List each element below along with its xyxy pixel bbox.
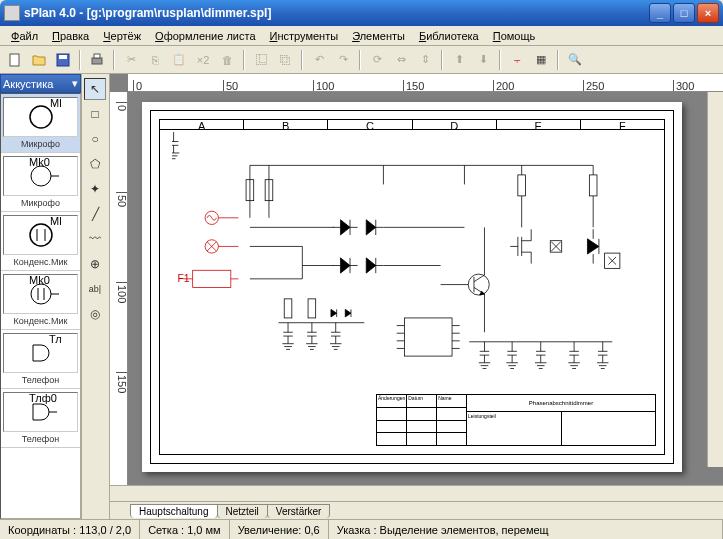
svg-rect-3 (92, 58, 102, 64)
menu-help[interactable]: Помощь (486, 28, 543, 44)
tool-bezier[interactable]: 〰 (84, 228, 106, 250)
zoom-icon[interactable]: 🔍 (564, 49, 586, 71)
sheet-tab[interactable]: Hauptschaltung (130, 504, 218, 518)
maximize-button[interactable]: □ (673, 3, 695, 23)
ungroup-icon[interactable]: ⿻ (274, 49, 296, 71)
print-icon[interactable] (86, 49, 108, 71)
tool-circle[interactable]: ○ (84, 128, 106, 150)
svg-point-5 (30, 106, 52, 128)
menu-edit[interactable]: Правка (45, 28, 96, 44)
new-file-icon[interactable] (4, 49, 26, 71)
app-icon (4, 5, 20, 21)
component-item[interactable]: Mk0 Конденс.Мик (1, 271, 80, 330)
svg-rect-83 (404, 318, 452, 356)
svg-rect-0 (10, 54, 19, 66)
component-panel: Аккустика▾ Mk0 Микрофо Mk0 Микрофо Mk0 К… (0, 74, 82, 519)
component-item[interactable]: Mk0 Микрофо (1, 94, 80, 153)
menu-elements[interactable]: Элементы (345, 28, 412, 44)
svg-text:Mk0: Mk0 (29, 158, 50, 168)
tool-special[interactable]: ✦ (84, 178, 106, 200)
main-toolbar: ✂ ⎘ 📋 ×2 🗑 ⿺ ⿻ ↶ ↷ ⟳ ⇔ ⇕ ⬆ ⬇ ⫟ ▦ 🔍 (0, 46, 723, 74)
undo-icon[interactable]: ↶ (308, 49, 330, 71)
svg-line-60 (474, 275, 484, 282)
svg-text:F1: F1 (177, 273, 189, 284)
group-icon[interactable]: ⿺ (250, 49, 272, 71)
svg-rect-67 (589, 175, 597, 196)
menu-drawing[interactable]: Чертёж (96, 28, 148, 44)
rotate-icon[interactable]: ⟳ (366, 49, 388, 71)
save-file-icon[interactable] (52, 49, 74, 71)
svg-text:Mk0: Mk0 (50, 217, 61, 227)
tool-point[interactable]: ⊕ (84, 253, 106, 275)
drawing-title: Phasenabschnittdimmer (467, 395, 655, 412)
sheet-tabs: Hauptschaltung Netzteil Verstärker (110, 501, 723, 519)
svg-point-14 (31, 284, 51, 304)
tool-select[interactable]: ↖ (84, 78, 106, 100)
svg-text:Тлф0: Тлф0 (29, 394, 57, 404)
component-item[interactable]: Mk0 Микрофо (1, 153, 80, 212)
drawing-paper[interactable]: A B C D E F (142, 102, 682, 472)
menu-tools[interactable]: Инструменты (263, 28, 346, 44)
close-button[interactable]: × (697, 3, 719, 23)
menu-bar: Файл Правка Чертёж Оформление листа Инст… (0, 26, 723, 46)
title-bar: sPlan 4.0 - [g:\program\rusplan\dimmer.s… (0, 0, 723, 26)
tool-measure[interactable]: ◎ (84, 303, 106, 325)
column-headers: A B C D E F (160, 120, 664, 130)
svg-text:Тлф0: Тлф0 (49, 335, 61, 345)
component-item[interactable]: Mk0 Конденс.Мик (1, 212, 80, 271)
paste-icon[interactable]: 📋 (168, 49, 190, 71)
status-zoom: Увеличение: 0,6 (230, 520, 329, 539)
cut-icon[interactable]: ✂ (120, 49, 142, 71)
window-title: sPlan 4.0 - [g:\program\rusplan\dimmer.s… (24, 6, 647, 20)
status-bar: Координаты : 113,0 / 2,0 Сетка : 1,0 мм … (0, 519, 723, 539)
tool-text[interactable]: ab| (84, 278, 106, 300)
mirror-v-icon[interactable]: ⇕ (414, 49, 436, 71)
svg-rect-101 (284, 299, 292, 318)
svg-rect-102 (308, 299, 316, 318)
svg-point-10 (30, 224, 52, 246)
minimize-button[interactable]: _ (649, 3, 671, 23)
component-category-dropdown[interactable]: Аккустика▾ (0, 74, 81, 93)
canvas-area: 0 50 100 150 200 250 300 0 50 100 150 (110, 74, 723, 519)
grid-icon[interactable]: ▦ (530, 49, 552, 71)
title-block: ÄnderungenDatumName Phasenabschnittdimme… (376, 394, 656, 446)
copy-icon[interactable]: ⎘ (144, 49, 166, 71)
redo-icon[interactable]: ↷ (332, 49, 354, 71)
delete-icon[interactable]: 🗑 (216, 49, 238, 71)
ruler-vertical: 0 50 100 150 (110, 92, 128, 485)
component-label: Конденс.Мик (3, 257, 78, 267)
component-item[interactable]: Тлф0 Телефон (1, 330, 80, 389)
svg-rect-4 (94, 54, 100, 58)
component-label: Микрофо (3, 198, 78, 208)
tool-palette: ↖ □ ○ ⬠ ✦ ╱ 〰 ⊕ ab| ◎ (82, 74, 110, 519)
svg-rect-65 (518, 175, 526, 196)
tool-rect[interactable]: □ (84, 103, 106, 125)
menu-file[interactable]: Файл (4, 28, 45, 44)
component-label: Микрофо (3, 139, 78, 149)
open-file-icon[interactable] (28, 49, 50, 71)
tool-poly[interactable]: ⬠ (84, 153, 106, 175)
menu-page-layout[interactable]: Оформление листа (148, 28, 262, 44)
sheet-tab[interactable]: Verstärker (267, 504, 331, 518)
scrollbar-vertical[interactable] (707, 92, 723, 467)
drawing-frame: A B C D E F (150, 110, 674, 464)
svg-rect-2 (59, 55, 67, 59)
sheet-tab[interactable]: Netzteil (217, 504, 268, 518)
workspace: Аккустика▾ Mk0 Микрофо Mk0 Микрофо Mk0 К… (0, 74, 723, 519)
send-back-icon[interactable]: ⬇ (472, 49, 494, 71)
scrollbar-horizontal[interactable] (110, 485, 723, 501)
ruler-horizontal: 0 50 100 150 200 250 300 (128, 74, 723, 92)
menu-library[interactable]: Библиотека (412, 28, 486, 44)
component-list[interactable]: Mk0 Микрофо Mk0 Микрофо Mk0 Конденс.Мик … (0, 93, 81, 519)
svg-point-7 (31, 166, 51, 186)
drawing-viewport[interactable]: A B C D E F (128, 92, 723, 485)
snap-icon[interactable]: ⫟ (506, 49, 528, 71)
tool-line[interactable]: ╱ (84, 203, 106, 225)
svg-text:Mk0: Mk0 (50, 99, 61, 109)
duplicate-icon[interactable]: ×2 (192, 49, 214, 71)
schematic-canvas[interactable]: F1 (172, 132, 652, 399)
bring-front-icon[interactable]: ⬆ (448, 49, 470, 71)
component-item[interactable]: Тлф0 Телефон (1, 389, 80, 448)
svg-text:Mk0: Mk0 (29, 276, 50, 286)
mirror-h-icon[interactable]: ⇔ (390, 49, 412, 71)
